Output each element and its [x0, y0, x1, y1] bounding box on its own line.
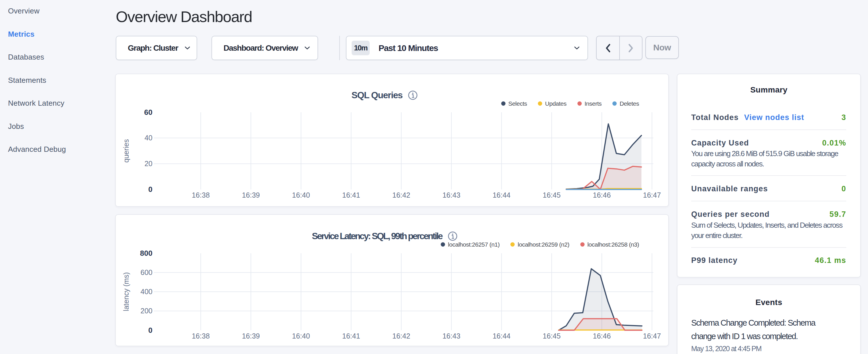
x-tick-label: 16:40: [292, 332, 310, 340]
y-tick-label: 0: [149, 185, 152, 194]
events-title: Events: [677, 298, 860, 307]
chevron-stroke: [185, 47, 190, 49]
time-range-badge: 10m: [351, 41, 370, 55]
events-panel: Events Schema Change Completed: Schema c…: [677, 284, 861, 354]
summary-row-label: Queries per second: [691, 211, 770, 218]
sidebar-item-advanced-debug[interactable]: Advanced Debug: [8, 146, 66, 153]
y-axis-label: queries: [122, 139, 130, 163]
x-tick-label: 16:45: [543, 191, 561, 199]
x-tick-label: 16:42: [392, 332, 410, 340]
summary-row-value: 3: [841, 114, 846, 122]
x-tick-label: 16:41: [342, 191, 360, 199]
x-tick-label: 16:44: [493, 332, 510, 340]
time-prev-button[interactable]: [597, 36, 619, 60]
sql-queries-plot: 16:3816:3916:4016:4116:4216:4316:4416:45…: [116, 74, 668, 206]
y-tick-label: 60: [144, 108, 152, 117]
y-tick-label: 400: [141, 288, 152, 296]
x-tick-label: 16:47: [643, 332, 661, 340]
chevron-stroke: [305, 47, 309, 49]
summary-row-value: 0.01%: [822, 139, 846, 147]
summary-row-value: 0: [841, 185, 846, 193]
summary-row-label: Capacity Used: [691, 139, 749, 147]
service-latency-chart-card: Service Latency: SQL, 99th percentileloc…: [115, 214, 669, 346]
service-latency-sql-99th-percentile-plot: 16:3816:3916:4016:4116:4216:4316:4416:45…: [116, 215, 668, 346]
summary-row: Queries per second59.7: [691, 211, 846, 218]
summary-row: Unavailable ranges0: [691, 185, 846, 193]
sidebar-item-metrics[interactable]: Metrics: [8, 30, 34, 38]
time-next-button[interactable]: [619, 36, 642, 60]
y-tick-label: 20: [145, 160, 152, 167]
y-tick-label: 800: [140, 249, 152, 257]
chevron-left-icon: [604, 43, 611, 53]
y-axis-label: latency (ms): [122, 272, 130, 311]
summary-row-label: Total Nodes: [691, 114, 739, 122]
divider: [691, 129, 846, 130]
page-title: Overview Dashboard: [116, 9, 252, 24]
chevron-down-icon: [574, 46, 580, 50]
event-timestamp: May 13, 2020 at 4:45 PM: [691, 345, 848, 352]
x-tick-label: 16:39: [242, 332, 260, 340]
x-tick-label: 16:46: [593, 191, 611, 199]
summary-row: P99 latency46.1 ms: [691, 257, 846, 264]
event-message: Schema Change Completed: Schema change w…: [691, 316, 823, 343]
x-tick-label: 16:43: [442, 332, 461, 340]
summary-panel: Summary Total NodesView nodes list3Capac…: [677, 74, 861, 278]
divider: [691, 175, 846, 176]
chevron-stroke: [607, 44, 610, 51]
chevron-down-icon: [305, 46, 310, 50]
time-nav-group: [596, 36, 643, 60]
sidebar: OverviewMetricsDatabasesStatementsNetwor…: [0, 0, 109, 354]
x-tick-label: 16:39: [242, 191, 260, 199]
now-button[interactable]: Now: [645, 36, 679, 59]
time-range-label: Past 10 Minutes: [378, 43, 567, 53]
summary-row: Capacity Used0.01%: [691, 139, 846, 147]
sql-queries-chart-card: SQL QueriesSelectsUpdatesInsertsDeletes1…: [115, 74, 669, 207]
x-tick-label: 16:44: [493, 191, 510, 199]
sidebar-item-network-latency[interactable]: Network Latency: [8, 99, 64, 107]
chevron-stroke: [629, 44, 632, 51]
sidebar-item-statements[interactable]: Statements: [8, 76, 46, 84]
graph-dropdown-label: Graph: Cluster: [128, 43, 178, 53]
summary-row-label: P99 latency: [691, 257, 738, 264]
summary-row-label: Unavailable ranges: [691, 185, 768, 193]
view-nodes-list-link[interactable]: View nodes list: [744, 114, 804, 122]
y-tick-label: 0: [149, 326, 152, 334]
chevron-down-icon: [185, 46, 190, 50]
divider: [691, 201, 846, 201]
divider: [691, 247, 846, 248]
x-tick-label: 16:46: [593, 332, 611, 340]
summary-row-description: Sum of Selects, Updates, Inserts, and De…: [691, 220, 843, 240]
toolbar-separator: [339, 36, 340, 60]
chevron-stroke: [575, 47, 579, 49]
sidebar-item-databases[interactable]: Databases: [8, 53, 44, 61]
summary-row-description: You are using 28.6 MiB of 515.9 GiB usab…: [691, 148, 843, 169]
x-tick-label: 16:43: [442, 191, 461, 199]
x-tick-label: 16:41: [342, 332, 360, 340]
x-tick-label: 16:47: [643, 191, 661, 199]
sidebar-item-jobs[interactable]: Jobs: [8, 123, 24, 130]
dashboard-dropdown[interactable]: Dashboard: Overview: [212, 36, 318, 60]
chevron-right-icon: [627, 43, 634, 53]
summary-row-value: 59.7: [829, 211, 846, 218]
x-tick-label: 16:42: [392, 191, 410, 199]
y-tick-label: 40: [145, 134, 152, 142]
x-tick-label: 16:45: [543, 332, 561, 340]
x-tick-label: 16:38: [192, 332, 210, 340]
summary-row: Total NodesView nodes list3: [691, 114, 846, 122]
summary-row-value: 46.1 ms: [815, 257, 846, 264]
summary-title: Summary: [677, 86, 860, 94]
sidebar-item-overview[interactable]: Overview: [8, 7, 39, 14]
now-button-label: Now: [653, 43, 671, 53]
time-range-selector[interactable]: 10m Past 10 Minutes: [346, 36, 588, 60]
y-tick-label: 600: [141, 268, 152, 277]
x-tick-label: 16:38: [192, 191, 210, 199]
x-tick-label: 16:40: [292, 191, 310, 199]
dashboard-dropdown-label: Dashboard: Overview: [223, 43, 298, 53]
y-tick-label: 200: [141, 307, 152, 315]
graph-dropdown[interactable]: Graph: Cluster: [116, 36, 197, 60]
